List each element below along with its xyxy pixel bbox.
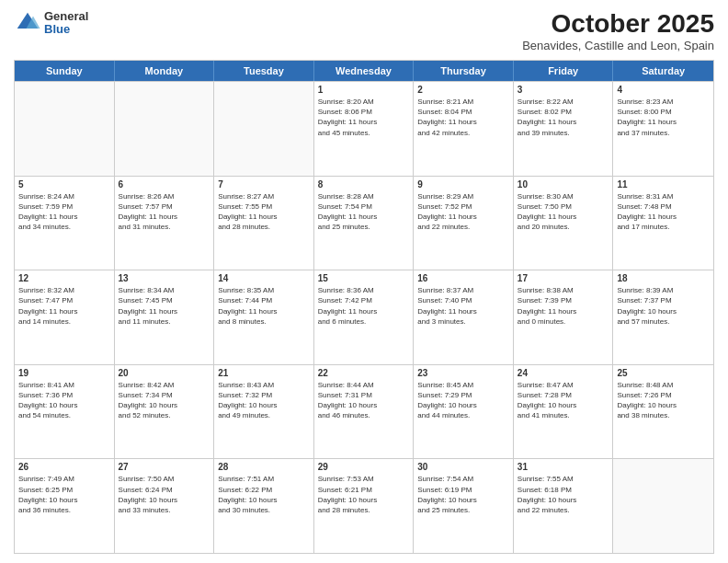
day-cell-16: 16Sunrise: 8:37 AMSunset: 7:40 PMDayligh…: [414, 270, 514, 364]
day-cell-31: 31Sunrise: 7:55 AMSunset: 6:18 PMDayligh…: [514, 459, 614, 553]
day-info: Sunrise: 8:23 AMSunset: 8:00 PMDaylight:…: [617, 97, 710, 138]
logo: General Blue: [14, 9, 88, 37]
week-row-4: 19Sunrise: 8:41 AMSunset: 7:36 PMDayligh…: [15, 364, 713, 459]
day-number: 11: [617, 179, 710, 190]
day-info: Sunrise: 7:55 AMSunset: 6:18 PMDaylight:…: [518, 474, 609, 515]
day-cell-9: 9Sunrise: 8:29 AMSunset: 7:52 PMDaylight…: [414, 177, 514, 270]
day-info: Sunrise: 8:29 AMSunset: 7:52 PMDaylight:…: [417, 191, 509, 233]
day-cell-3: 3Sunrise: 8:22 AMSunset: 8:02 PMDaylight…: [514, 82, 614, 176]
week-row-3: 12Sunrise: 8:32 AMSunset: 7:47 PMDayligh…: [15, 270, 713, 364]
day-info: Sunrise: 7:50 AMSunset: 6:24 PMDaylight:…: [119, 474, 210, 515]
day-info: Sunrise: 8:37 AMSunset: 7:40 PMDaylight:…: [417, 285, 509, 327]
day-number: 6: [119, 179, 210, 190]
day-cell-21: 21Sunrise: 8:43 AMSunset: 7:32 PMDayligh…: [214, 365, 314, 459]
logo-general: General: [44, 10, 88, 23]
day-number: 22: [318, 368, 410, 378]
day-number: 1: [318, 85, 410, 95]
calendar: SundayMondayTuesdayWednesdayThursdayFrid…: [14, 60, 714, 554]
day-number: 30: [417, 462, 509, 472]
day-info: Sunrise: 8:27 AMSunset: 7:55 PMDaylight:…: [218, 191, 310, 233]
day-number: 3: [518, 85, 609, 95]
day-cell-10: 10Sunrise: 8:30 AMSunset: 7:50 PMDayligh…: [514, 177, 614, 270]
day-info: Sunrise: 8:43 AMSunset: 7:32 PMDaylight:…: [218, 380, 310, 421]
weekday-header-sunday: Sunday: [15, 61, 115, 81]
day-number: 29: [318, 462, 410, 472]
weekday-header-tuesday: Tuesday: [214, 61, 314, 81]
day-cell-22: 22Sunrise: 8:44 AMSunset: 7:31 PMDayligh…: [314, 365, 415, 459]
day-cell-8: 8Sunrise: 8:28 AMSunset: 7:54 PMDaylight…: [314, 177, 415, 270]
day-cell-empty: [613, 459, 713, 553]
day-cell-24: 24Sunrise: 8:47 AMSunset: 7:28 PMDayligh…: [514, 365, 614, 459]
day-info: Sunrise: 8:34 AMSunset: 7:45 PMDaylight:…: [119, 285, 210, 327]
day-number: 27: [119, 462, 210, 472]
day-number: 25: [617, 368, 710, 378]
day-info: Sunrise: 7:53 AMSunset: 6:21 PMDaylight:…: [318, 474, 410, 515]
day-cell-13: 13Sunrise: 8:34 AMSunset: 7:45 PMDayligh…: [115, 270, 215, 364]
day-number: 26: [18, 462, 110, 472]
day-info: Sunrise: 7:51 AMSunset: 6:22 PMDaylight:…: [218, 474, 310, 515]
day-cell-2: 2Sunrise: 8:21 AMSunset: 8:04 PMDaylight…: [414, 82, 514, 176]
day-info: Sunrise: 8:24 AMSunset: 7:59 PMDaylight:…: [18, 191, 110, 233]
day-number: 28: [218, 462, 310, 472]
day-cell-4: 4Sunrise: 8:23 AMSunset: 8:00 PMDaylight…: [613, 82, 713, 176]
weekday-header-monday: Monday: [115, 61, 215, 81]
day-info: Sunrise: 8:41 AMSunset: 7:36 PMDaylight:…: [18, 380, 110, 421]
weekday-header-thursday: Thursday: [414, 61, 514, 81]
day-number: 17: [518, 273, 609, 283]
page-subtitle: Benavides, Castille and Leon, Spain: [522, 39, 714, 52]
day-cell-1: 1Sunrise: 8:20 AMSunset: 8:06 PMDaylight…: [314, 82, 415, 176]
day-cell-7: 7Sunrise: 8:27 AMSunset: 7:55 PMDaylight…: [214, 177, 314, 270]
day-number: 21: [218, 368, 310, 378]
day-number: 15: [318, 273, 410, 283]
day-info: Sunrise: 8:48 AMSunset: 7:26 PMDaylight:…: [617, 380, 710, 421]
logo-icon: [14, 9, 41, 37]
day-number: 13: [119, 273, 210, 283]
logo-text: General Blue: [44, 10, 88, 37]
day-cell-17: 17Sunrise: 8:38 AMSunset: 7:39 PMDayligh…: [514, 270, 614, 364]
day-info: Sunrise: 8:20 AMSunset: 8:06 PMDaylight:…: [318, 97, 410, 138]
day-info: Sunrise: 8:28 AMSunset: 7:54 PMDaylight:…: [318, 191, 410, 233]
day-cell-27: 27Sunrise: 7:50 AMSunset: 6:24 PMDayligh…: [115, 459, 215, 553]
day-number: 7: [218, 179, 310, 190]
day-number: 9: [417, 179, 509, 190]
day-number: 31: [518, 462, 609, 472]
day-number: 2: [417, 85, 509, 95]
day-info: Sunrise: 8:45 AMSunset: 7:29 PMDaylight:…: [417, 380, 509, 421]
day-number: 4: [617, 85, 710, 95]
week-row-2: 5Sunrise: 8:24 AMSunset: 7:59 PMDaylight…: [15, 176, 713, 270]
day-cell-6: 6Sunrise: 8:26 AMSunset: 7:57 PMDaylight…: [115, 177, 215, 270]
week-row-1: 1Sunrise: 8:20 AMSunset: 8:06 PMDaylight…: [15, 81, 713, 176]
day-number: 16: [417, 273, 509, 283]
day-number: 14: [218, 273, 310, 283]
day-info: Sunrise: 7:54 AMSunset: 6:19 PMDaylight:…: [417, 474, 509, 515]
weekday-header-saturday: Saturday: [613, 61, 713, 81]
day-number: 24: [518, 368, 609, 378]
day-cell-26: 26Sunrise: 7:49 AMSunset: 6:25 PMDayligh…: [15, 459, 115, 553]
day-cell-empty: [15, 82, 115, 176]
day-cell-20: 20Sunrise: 8:42 AMSunset: 7:34 PMDayligh…: [115, 365, 215, 459]
day-info: Sunrise: 8:38 AMSunset: 7:39 PMDaylight:…: [518, 285, 609, 327]
day-number: 8: [318, 179, 410, 190]
day-cell-11: 11Sunrise: 8:31 AMSunset: 7:48 PMDayligh…: [613, 177, 713, 270]
day-cell-empty: [214, 82, 314, 176]
day-number: 20: [119, 368, 210, 378]
day-cell-30: 30Sunrise: 7:54 AMSunset: 6:19 PMDayligh…: [414, 459, 514, 553]
day-info: Sunrise: 8:30 AMSunset: 7:50 PMDaylight:…: [518, 191, 609, 233]
day-info: Sunrise: 8:39 AMSunset: 7:37 PMDaylight:…: [617, 285, 710, 327]
day-number: 5: [18, 179, 110, 190]
day-cell-28: 28Sunrise: 7:51 AMSunset: 6:22 PMDayligh…: [214, 459, 314, 553]
day-cell-23: 23Sunrise: 8:45 AMSunset: 7:29 PMDayligh…: [414, 365, 514, 459]
day-info: Sunrise: 8:31 AMSunset: 7:48 PMDaylight:…: [617, 191, 710, 233]
day-cell-5: 5Sunrise: 8:24 AMSunset: 7:59 PMDaylight…: [15, 177, 115, 270]
day-info: Sunrise: 8:21 AMSunset: 8:04 PMDaylight:…: [417, 97, 509, 138]
day-number: 10: [518, 179, 609, 190]
day-cell-18: 18Sunrise: 8:39 AMSunset: 7:37 PMDayligh…: [613, 270, 713, 364]
day-info: Sunrise: 8:44 AMSunset: 7:31 PMDaylight:…: [318, 380, 410, 421]
day-cell-19: 19Sunrise: 8:41 AMSunset: 7:36 PMDayligh…: [15, 365, 115, 459]
title-block: October 2025 Benavides, Castille and Leo…: [522, 9, 714, 52]
day-number: 12: [18, 273, 110, 283]
week-row-5: 26Sunrise: 7:49 AMSunset: 6:25 PMDayligh…: [15, 458, 713, 553]
page-title: October 2025: [522, 9, 714, 39]
day-cell-14: 14Sunrise: 8:35 AMSunset: 7:44 PMDayligh…: [214, 270, 314, 364]
header: General Blue October 2025 Benavides, Cas…: [14, 9, 714, 52]
